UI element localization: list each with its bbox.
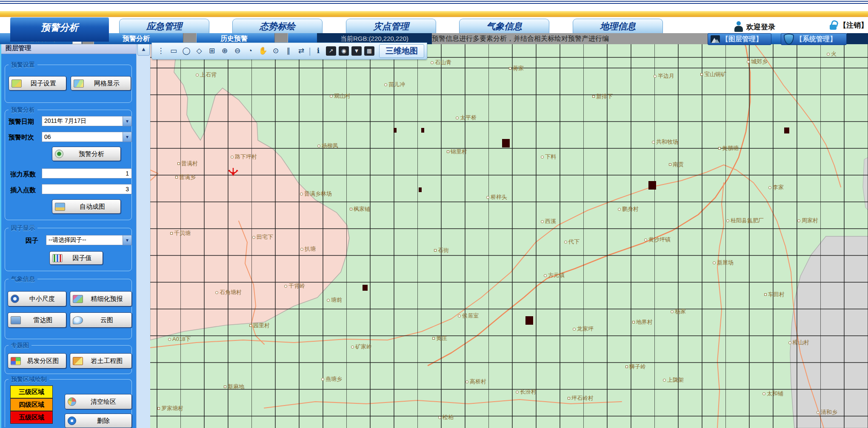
delete-label: 删除 bbox=[78, 417, 129, 425]
drag-handle[interactable]: ⋮ bbox=[155, 45, 166, 57]
factor-value-label: 因子值 bbox=[64, 254, 100, 262]
system-manage-button[interactable]: 【系统管理】 bbox=[781, 33, 847, 45]
chevron-down-icon[interactable]: ▾ bbox=[123, 116, 131, 126]
tab-6[interactable]: 地理信息 bbox=[573, 19, 663, 34]
fine-forecast-button[interactable]: 精细化预报 bbox=[70, 291, 132, 306]
cloud-icon bbox=[73, 316, 83, 324]
insert-points-input[interactable] bbox=[42, 184, 132, 194]
factor-label: 因子 bbox=[26, 237, 38, 245]
level5-region-swatch[interactable]: 五级区域 bbox=[10, 411, 53, 424]
tension-input[interactable] bbox=[42, 168, 132, 179]
separator: | bbox=[308, 45, 311, 57]
group-thematic-maps: 专题图 易发分区图 岩土工程图 bbox=[5, 345, 132, 374]
fine-forecast-label: 精细化预报 bbox=[85, 295, 129, 303]
user-icon bbox=[734, 21, 743, 32]
clear-draw-label: 清空绘区 bbox=[78, 398, 129, 406]
zoom-out-icon[interactable]: ⊖ bbox=[232, 45, 243, 57]
export-icon[interactable]: ↗ bbox=[326, 46, 336, 56]
group-legend: 因子显示 bbox=[9, 224, 37, 232]
map-canvas[interactable] bbox=[150, 43, 868, 428]
layers-icon bbox=[711, 35, 720, 43]
pan-icon[interactable]: ✋ bbox=[257, 45, 268, 57]
cloud-chart-button[interactable]: 云图 bbox=[70, 312, 132, 328]
grid-display-label: 网格显示 bbox=[86, 79, 128, 88]
sub-nav-bar: 预警发布 计 预警分析 历史预警 当前RGB:(220,220,220) 预警信… bbox=[0, 33, 868, 44]
group-legend: 预警区域绘制 bbox=[9, 376, 49, 383]
geotech-map-icon bbox=[73, 357, 83, 365]
group-legend: 预警设置 bbox=[9, 61, 37, 69]
factor-settings-icon bbox=[11, 79, 22, 88]
welcome-text: 欢迎登录 bbox=[746, 22, 775, 32]
cloud-chart-label: 云图 bbox=[85, 316, 129, 324]
panel-scrollbar[interactable]: ▲ bbox=[136, 43, 150, 428]
tension-label: 张力系数 bbox=[10, 170, 36, 179]
bar-chart-icon bbox=[52, 254, 63, 262]
tab-2[interactable]: 应急管理 bbox=[119, 19, 209, 34]
layer-manager-panel: 图层管理 预警设置 因子设置 网格显示 预警分析 预警日期 2011年 7月17… bbox=[0, 43, 136, 428]
factor-value-button[interactable]: 因子值 bbox=[49, 251, 103, 265]
radar-chart-button[interactable]: 雷达图 bbox=[8, 312, 66, 328]
mesoscale-button[interactable]: 中小尺度 bbox=[8, 291, 66, 306]
factor-select[interactable]: --请选择因子-- ▾ bbox=[46, 235, 132, 245]
warn-analyze-label: 预警分析 bbox=[65, 150, 118, 158]
warn-time-value: 06 bbox=[42, 133, 123, 140]
snapshot-icon[interactable]: ◉ bbox=[339, 46, 349, 56]
tab-5[interactable]: 气象信息 bbox=[459, 19, 549, 34]
chevron-down-icon[interactable]: ▾ bbox=[123, 132, 131, 142]
tab-3[interactable]: 态势标绘 bbox=[232, 19, 323, 34]
save-icon[interactable]: ▼ bbox=[351, 46, 362, 56]
logout-link[interactable]: 【注销】 bbox=[839, 20, 868, 30]
geotech-map-button[interactable]: 岩土工程图 bbox=[70, 353, 132, 368]
tab-4[interactable]: 灾点管理 bbox=[346, 19, 436, 34]
print-icon[interactable]: ▦ bbox=[364, 46, 374, 56]
zoom-select-icon[interactable]: ⊙ bbox=[270, 45, 281, 57]
clear-draw-button[interactable]: 清空绘区 bbox=[65, 394, 132, 409]
delete-button[interactable]: ✕ 删除 bbox=[65, 414, 132, 428]
susceptibility-map-button[interactable]: 易发分区图 bbox=[8, 353, 66, 368]
factor-settings-label: 因子设置 bbox=[23, 79, 63, 88]
auto-plot-button[interactable]: 自动成图 bbox=[52, 199, 121, 214]
circle-draw-icon[interactable]: ◯ bbox=[181, 45, 192, 57]
zones-map-icon bbox=[11, 357, 21, 365]
grid-display-button[interactable]: 网格显示 bbox=[71, 76, 131, 91]
warn-analyze-button[interactable]: 预警分析 bbox=[52, 147, 121, 161]
factor-select-value: --请选择因子-- bbox=[46, 236, 123, 244]
map-3d-button[interactable]: 三维地图 bbox=[379, 44, 424, 58]
window-top-strip bbox=[0, 0, 868, 11]
map-grid-overlay bbox=[150, 43, 868, 428]
clear-draw-icon bbox=[68, 397, 76, 406]
susceptibility-map-label: 易发分区图 bbox=[23, 357, 63, 365]
measure-icon[interactable]: ▭ bbox=[168, 45, 179, 57]
layer-manage-button[interactable]: 【图层管理】 bbox=[708, 33, 771, 45]
system-manage-label: 【系统管理】 bbox=[796, 35, 837, 44]
pinstripe bbox=[0, 1, 868, 2]
pinstripe bbox=[0, 3, 868, 4]
tab-1[interactable]: 预警分析 bbox=[10, 17, 109, 42]
scroll-up-arrow[interactable]: ▲ bbox=[137, 43, 150, 56]
level4-region-swatch[interactable]: 四级区域 bbox=[10, 398, 53, 411]
auto-plot-label: 自动成图 bbox=[67, 203, 118, 211]
shield-icon bbox=[784, 34, 794, 45]
group-warn-analysis: 预警分析 预警日期 2011年 7月17日 ▾ 预警时次 06 ▾ 预警分析 张… bbox=[5, 110, 132, 220]
polygon-draw-icon[interactable]: ◇ bbox=[194, 45, 205, 57]
grid-icon[interactable]: ⊞ bbox=[206, 45, 217, 57]
group-legend: 预警分析 bbox=[9, 106, 37, 114]
fine-forecast-icon bbox=[73, 295, 83, 303]
warn-time-select[interactable]: 06 ▾ bbox=[42, 132, 132, 142]
main-tab-bar: 预警分析应急管理态势标绘灾点管理气象信息地理信息 欢迎登录 【注销】 bbox=[0, 17, 868, 33]
radar-chart-label: 雷达图 bbox=[23, 316, 63, 324]
chevron-down-icon[interactable]: ▾ bbox=[123, 235, 131, 245]
group-factor-display: 因子显示 因子 --请选择因子-- ▾ 因子值 bbox=[5, 228, 132, 271]
warn-time-label: 预警时次 bbox=[9, 133, 34, 142]
panel-title: 图层管理 bbox=[1, 43, 136, 54]
refresh-icon[interactable]: ⇄ bbox=[296, 45, 307, 57]
factor-settings-button[interactable]: 因子设置 bbox=[9, 76, 66, 91]
description-marquee: 预警信息进行多要素分析，并结合相关标绘对预警产进行编 bbox=[432, 33, 708, 44]
mesoscale-label: 中小尺度 bbox=[21, 295, 63, 303]
zoom-in-icon[interactable]: ⊕ bbox=[219, 45, 230, 57]
pause-icon[interactable]: ∥ bbox=[283, 45, 294, 57]
warn-date-select[interactable]: 2011年 7月17日 ▾ bbox=[42, 116, 132, 126]
full-extent-icon[interactable]: ◔ bbox=[245, 45, 256, 57]
level3-region-swatch[interactable]: 三级区域 bbox=[10, 385, 53, 398]
info-icon[interactable]: ℹ bbox=[313, 45, 324, 57]
